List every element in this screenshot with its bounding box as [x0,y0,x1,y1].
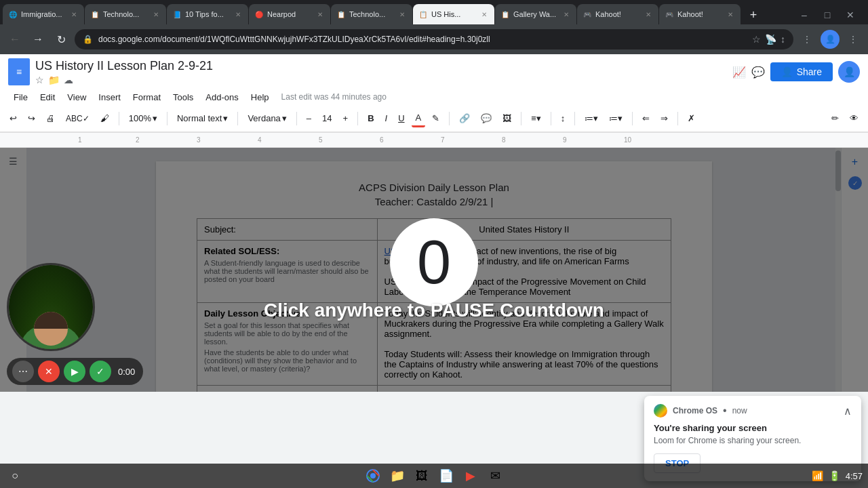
launcher-icon[interactable]: ○ [5,466,24,485]
tab-close-immigration[interactable]: ✕ [69,9,79,19]
profile-icon[interactable]: 👤 [821,30,840,49]
indent-more-button[interactable]: ⇒ [656,110,672,126]
browser-close-icon[interactable]: ✕ [841,5,860,24]
share-button[interactable]: 👤 Share [770,62,833,81]
gmail-taskbar-icon[interactable]: ✉ [486,466,505,485]
doc-title[interactable]: US History II Lesson Plan 2-9-21 [35,59,727,73]
pause-countdown-text[interactable]: Click anywhere to PAUSE Countdown [264,300,604,321]
menu-file[interactable]: File [8,89,33,105]
webcam-head [34,312,68,346]
tab-10tips[interactable]: 📘 10 Tips fo... ✕ [167,4,248,24]
bullets-button[interactable]: ≔▾ [580,110,602,126]
youtube-taskbar-icon[interactable]: ▶ [461,466,480,485]
underline-button[interactable]: U [394,110,408,126]
font-dropdown-icon: ▾ [282,113,287,123]
taskbar-time: 4:57 [846,471,863,481]
bold-button[interactable]: B [363,110,378,126]
chrome-taskbar-icon[interactable] [363,466,382,485]
refresh-button[interactable]: ↻ [52,30,71,49]
image-button[interactable]: 🖼 [498,110,515,126]
tab-close-gallery[interactable]: ✕ [561,9,571,19]
menu-format[interactable]: Format [127,89,166,105]
zoom-select[interactable]: 100% ▾ [125,110,161,126]
tab-close-10tips[interactable]: ✕ [233,9,243,19]
spellcheck-button[interactable]: ABC✓ [62,111,94,126]
menu-edit[interactable]: Edit [35,89,60,105]
font-size-decrease[interactable]: – [302,110,315,126]
font-size-input[interactable]: 14 [318,110,336,126]
indent-less-button[interactable]: ⇐ [638,110,654,126]
paint-format-button[interactable]: 🖌 [96,110,113,126]
photos-taskbar-icon[interactable]: 🖼 [412,466,431,485]
tab-close-kahoot1[interactable]: ✕ [644,9,653,19]
print-button[interactable]: 🖨 [42,110,59,126]
notif-expand-icon[interactable]: ∧ [844,405,852,418]
play-button[interactable]: ▶ [64,361,85,382]
line-spacing-button[interactable]: ↕ [557,110,570,126]
chart-icon[interactable]: 📈 [732,66,746,79]
numbered-list-button[interactable]: ≔▾ [605,110,627,126]
cast-icon[interactable]: 📡 [765,34,776,45]
extensions-icon[interactable]: ⋮ [797,30,816,49]
tab-close-kahoot2[interactable]: ✕ [726,9,735,19]
tab-kahoot2[interactable]: 🎮 Kahoot! ✕ [659,4,741,24]
tab-close-nearpod[interactable]: ✕ [315,9,325,19]
highlight-button[interactable]: ✎ [428,110,443,126]
back-button[interactable]: ← [5,30,24,49]
browser-minimize-icon[interactable]: – [795,5,814,24]
lock-icon: 🔒 [83,35,93,44]
view-mode-button[interactable]: 👁 [846,110,863,126]
font-size-increase[interactable]: + [339,110,353,126]
style-select[interactable]: Normal text ▾ [173,110,232,126]
text-color-button[interactable]: A [412,110,426,127]
comment-icon[interactable]: 💬 [751,66,765,79]
confirm-button[interactable]: ✓ [90,361,111,382]
align-button[interactable]: ≡▾ [527,110,545,126]
user-avatar[interactable]: 👤 [838,61,860,83]
move-doc-icon[interactable]: 📁 [48,75,60,85]
menu-help[interactable]: Help [245,89,275,105]
files-taskbar-icon[interactable]: 📁 [388,466,407,485]
tab-close-technology2[interactable]: ✕ [397,9,407,19]
edit-mode-button[interactable]: ✏ [827,110,843,126]
star-icon[interactable]: ☆ [752,34,761,45]
tab-close-ushis[interactable]: ✕ [479,9,489,19]
menu-addons[interactable]: Add-ons [200,89,243,105]
new-tab-button[interactable]: + [744,5,763,24]
toolbar-separator-7 [521,112,521,125]
menu-view[interactable]: View [62,89,92,105]
tab-favicon-gallery: 📋 [500,9,510,19]
browser-maximize-icon[interactable]: □ [818,5,837,24]
cloud-doc-icon[interactable]: ☁ [64,75,73,85]
notif-source: Chrome OS [673,406,717,415]
star-doc-icon[interactable]: ☆ [35,75,44,85]
tab-close-technology[interactable]: ✕ [151,9,161,19]
menu-tools[interactable]: Tools [167,89,199,105]
tab-favicon-ushis: 📋 [418,9,428,19]
menu-insert[interactable]: Insert [93,89,126,105]
tab-kahoot1[interactable]: 🎮 Kahoot! ✕ [577,4,658,24]
sync-icon[interactable]: ↕ [781,34,785,45]
countdown-overlay[interactable]: 0 Click anywhere to PAUSE Countdown [0,148,868,392]
link-button[interactable]: 🔗 [455,110,474,126]
settings-icon[interactable]: ⋮ [844,30,863,49]
tab-technology[interactable]: 📋 Technolo... ✕ [85,4,166,24]
clear-format-button[interactable]: ✗ [684,110,699,126]
undo-button[interactable]: ↩ [5,110,21,126]
share-icon: 👤 [781,66,793,77]
tab-immigration[interactable]: 🌐 Immigratio... ✕ [3,4,84,24]
forward-button[interactable]: → [28,30,47,49]
tab-nearpod[interactable]: 🔴 Nearpod ✕ [249,4,330,24]
italic-button[interactable]: I [381,110,392,126]
more-options-button[interactable]: ⋯ [12,361,34,382]
tab-technology2[interactable]: 📋 Technolo... ✕ [331,4,412,24]
comment-button[interactable]: 💬 [477,110,496,126]
tab-gallery[interactable]: 📋 Gallery Wa... ✕ [495,4,576,24]
redo-button[interactable]: ↪ [24,110,39,126]
tab-ushis[interactable]: 📋 US His... ✕ [413,4,494,24]
toolbar-separator-10 [632,112,633,125]
address-bar[interactable]: 🔒 docs.google.com/document/d/1WQflCuWttt… [75,29,793,49]
font-select[interactable]: Verdana ▾ [243,110,290,126]
docs-taskbar-icon[interactable]: 📄 [437,466,456,485]
stop-recording-button[interactable]: ✕ [38,361,60,382]
